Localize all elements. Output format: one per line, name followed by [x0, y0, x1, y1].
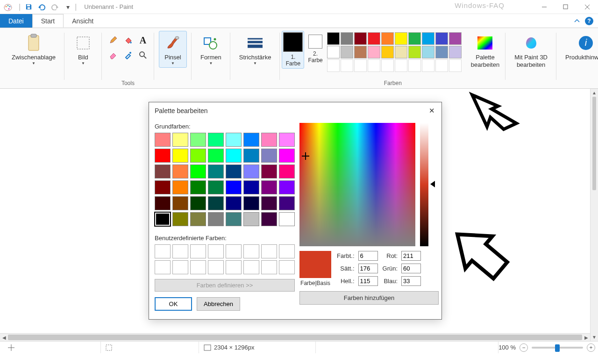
scroll-left-icon[interactable]: ◀: [0, 334, 8, 341]
basic-color-swatch[interactable]: [243, 180, 259, 194]
custom-color-swatch[interactable]: [261, 260, 277, 274]
palette-swatch[interactable]: [395, 59, 407, 72]
redo-icon[interactable]: [50, 3, 59, 11]
palette-swatch[interactable]: [354, 32, 367, 45]
tab-file[interactable]: Datei: [0, 14, 32, 28]
custom-color-swatch[interactable]: [208, 244, 224, 258]
clipboard-button[interactable]: Zwischenablage ▼: [7, 31, 60, 68]
basic-color-swatch[interactable]: [190, 180, 206, 194]
palette-swatch[interactable]: [354, 46, 367, 58]
basic-color-swatch[interactable]: [243, 133, 259, 147]
sat-input[interactable]: [358, 264, 378, 273]
color1-button[interactable]: 1. Farbe: [282, 31, 304, 69]
basic-color-swatch[interactable]: [261, 196, 277, 210]
tab-start[interactable]: Start: [32, 14, 64, 28]
scroll-up-icon[interactable]: ▲: [591, 89, 598, 97]
dialog-close-button[interactable]: ✕: [425, 105, 439, 116]
zoom-in-button[interactable]: +: [587, 343, 595, 352]
scroll-down-icon[interactable]: ▼: [591, 333, 598, 341]
palette-swatch[interactable]: [368, 32, 380, 45]
basic-color-swatch[interactable]: [226, 212, 242, 226]
basic-color-swatch[interactable]: [208, 212, 224, 226]
basic-color-swatch[interactable]: [155, 149, 171, 163]
basic-color-swatch[interactable]: [190, 212, 206, 226]
palette-swatch[interactable]: [435, 59, 448, 72]
magnify-icon[interactable]: [136, 49, 150, 62]
basic-color-swatch[interactable]: [208, 196, 224, 210]
palette-swatch[interactable]: [381, 59, 394, 72]
basic-color-swatch[interactable]: [226, 133, 242, 147]
basic-color-swatch[interactable]: [279, 164, 295, 178]
palette-swatch[interactable]: [395, 46, 407, 58]
custom-color-swatch[interactable]: [226, 260, 242, 274]
basic-color-swatch[interactable]: [190, 149, 206, 163]
edit-palette-button[interactable]: Palette bearbeiten: [467, 31, 504, 71]
basic-color-swatch[interactable]: [226, 149, 242, 163]
basic-color-swatch[interactable]: [155, 212, 171, 226]
basic-color-swatch[interactable]: [279, 196, 295, 210]
basic-color-swatch[interactable]: [243, 212, 259, 226]
palette-swatch[interactable]: [408, 59, 421, 72]
product-info-button[interactable]: i Produkthinweis: [561, 31, 598, 64]
palette-swatch[interactable]: [368, 46, 380, 58]
basic-color-swatch[interactable]: [155, 196, 171, 210]
basic-color-swatch[interactable]: [155, 133, 171, 147]
eraser-icon[interactable]: [107, 49, 120, 62]
basic-color-swatch[interactable]: [279, 133, 295, 147]
basic-color-swatch[interactable]: [226, 164, 242, 178]
custom-color-swatch[interactable]: [155, 244, 171, 258]
basic-color-swatch[interactable]: [279, 180, 295, 194]
paint3d-button[interactable]: Mit Paint 3D bearbeiten: [510, 31, 552, 71]
palette-swatch[interactable]: [327, 32, 340, 45]
maximize-button[interactable]: [555, 0, 577, 14]
image-select-button[interactable]: Bild ▼: [69, 31, 97, 68]
fill-icon[interactable]: [121, 34, 135, 47]
basic-color-swatch[interactable]: [208, 133, 224, 147]
palette-swatch[interactable]: [449, 59, 462, 72]
basic-color-swatch[interactable]: [279, 212, 295, 226]
basic-color-swatch[interactable]: [190, 133, 206, 147]
hue-input[interactable]: [358, 251, 378, 261]
palette-swatch[interactable]: [408, 32, 421, 45]
basic-color-swatch[interactable]: [172, 212, 188, 226]
minimize-button[interactable]: [534, 0, 555, 14]
lum-input[interactable]: [358, 276, 378, 286]
custom-color-swatch[interactable]: [279, 244, 295, 258]
custom-color-swatch[interactable]: [243, 244, 259, 258]
stroke-button[interactable]: Strichstärke ▼: [235, 31, 276, 68]
qat-customize-icon[interactable]: ▾: [64, 3, 72, 11]
basic-color-swatch[interactable]: [172, 164, 188, 178]
green-input[interactable]: [401, 264, 421, 273]
hscroll-thumb[interactable]: [8, 335, 582, 340]
palette-swatch[interactable]: [354, 59, 367, 72]
vscroll-thumb[interactable]: [592, 97, 596, 190]
basic-color-swatch[interactable]: [155, 164, 171, 178]
basic-color-swatch[interactable]: [172, 149, 188, 163]
palette-swatch[interactable]: [341, 46, 353, 58]
undo-icon[interactable]: [37, 3, 46, 11]
palette-swatch[interactable]: [327, 59, 340, 72]
tab-view[interactable]: Ansicht: [64, 14, 102, 28]
palette-swatch[interactable]: [341, 59, 353, 72]
brushes-button[interactable]: Pinsel ▼: [159, 31, 187, 68]
shapes-button[interactable]: Formen ▼: [196, 31, 226, 68]
zoom-out-button[interactable]: −: [520, 343, 528, 352]
blue-input[interactable]: [401, 276, 421, 286]
basic-color-swatch[interactable]: [226, 196, 242, 210]
basic-color-swatch[interactable]: [243, 149, 259, 163]
save-icon[interactable]: [24, 3, 33, 11]
zoom-slider[interactable]: [532, 347, 583, 349]
ok-button[interactable]: OK: [155, 297, 192, 311]
custom-color-swatch[interactable]: [243, 260, 259, 274]
palette-swatch[interactable]: [381, 46, 394, 58]
custom-color-swatch[interactable]: [226, 244, 242, 258]
custom-color-swatch[interactable]: [172, 244, 188, 258]
palette-swatch[interactable]: [449, 32, 462, 45]
basic-color-swatch[interactable]: [261, 133, 277, 147]
basic-color-swatch[interactable]: [261, 164, 277, 178]
basic-color-swatch[interactable]: [208, 164, 224, 178]
basic-color-swatch[interactable]: [172, 133, 188, 147]
horizontal-scrollbar[interactable]: ◀ ▶: [0, 333, 590, 341]
add-to-custom-button[interactable]: Farben hinzufügen: [299, 291, 439, 305]
palette-swatch[interactable]: [422, 59, 434, 72]
